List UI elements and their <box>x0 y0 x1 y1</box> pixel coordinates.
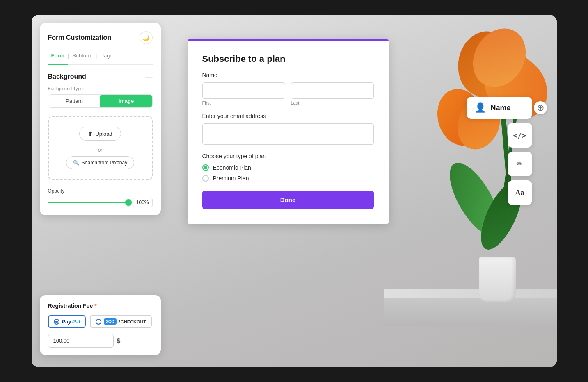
name-tool-card[interactable]: 👤 Name <box>467 97 532 119</box>
fee-input-row: $ <box>48 334 153 348</box>
premium-radio <box>202 175 209 182</box>
collapse-button[interactable]: — <box>145 73 153 80</box>
pixabay-label: Search from Pixabay <box>82 160 127 166</box>
email-section: Enter your email address <box>202 113 374 145</box>
person-icon: 👤 <box>475 102 486 113</box>
tab-subform[interactable]: Subform <box>69 51 96 60</box>
first-name-input[interactable] <box>202 82 285 99</box>
paypal-radio <box>54 319 59 325</box>
text-tool-card[interactable]: Aa <box>508 180 532 205</box>
small-tools-row-2: ✏ <box>467 152 532 176</box>
bg-type-toggle: Pattern Image <box>48 94 153 108</box>
bg-type-image[interactable]: Image <box>100 94 153 108</box>
form-content: Subscribe to a plan Name First Last Ente… <box>188 41 389 224</box>
premium-plan-option[interactable]: Premium Plan <box>202 175 374 182</box>
opacity-row: 100% <box>48 198 153 207</box>
move-icon: ⊕ <box>534 101 547 114</box>
form-customization-panel: Form Customization 🌙 Form | Subform | Pa… <box>40 23 161 215</box>
first-name-group: First <box>202 82 285 105</box>
paypal-logo: PayPal <box>62 318 80 325</box>
name-tool-row: 👤 Name ⊕ <box>467 97 532 119</box>
reg-fee-title: Registration Fee * <box>48 302 153 309</box>
registration-fee-panel: Registration Fee * PayPal 2CO 2CHECKOUT <box>40 295 161 355</box>
twocheckout-logo: 2CO 2CHECKOUT <box>104 318 146 325</box>
pixabay-button[interactable]: 🔍 Search from Pixabay <box>66 156 134 169</box>
required-star: * <box>94 302 96 309</box>
bg-type-label: Background Type <box>48 86 153 91</box>
background-section-title: Background <box>48 73 86 80</box>
edit-tool-card[interactable]: ✏ <box>508 152 532 176</box>
last-label: Last <box>291 100 374 105</box>
small-tools-row: </> <box>467 123 532 148</box>
fee-input[interactable] <box>48 334 114 348</box>
economic-radio <box>202 164 209 171</box>
premium-plan-label: Premium Plan <box>213 175 249 182</box>
background-section-header: Background — <box>48 73 153 80</box>
vase <box>479 257 516 302</box>
code-tool-card[interactable]: </> <box>508 123 532 148</box>
main-container: Form Customization 🌙 Form | Subform | Pa… <box>32 15 557 367</box>
upload-icon: ⬆ <box>88 130 93 137</box>
payment-options: PayPal 2CO 2CHECKOUT <box>48 315 153 328</box>
twocheckout-radio <box>96 319 101 325</box>
last-name-input[interactable] <box>291 82 374 99</box>
panel-title: Form Customization <box>48 34 112 41</box>
search-icon: 🔍 <box>73 160 79 166</box>
slider-thumb[interactable] <box>125 199 132 206</box>
form-main-title: Subscribe to a plan <box>202 54 374 64</box>
plan-section: Choose your type of plan Economic Plan P… <box>202 153 374 182</box>
edit-icon: ✏ <box>517 159 523 168</box>
opacity-label: Opacity <box>48 188 153 194</box>
upload-button[interactable]: ⬆ Upload <box>79 127 121 141</box>
opacity-section: Opacity 100% <box>48 188 153 207</box>
tab-page[interactable]: Page <box>97 51 116 60</box>
upload-label: Upload <box>95 131 112 137</box>
email-input[interactable] <box>202 123 374 145</box>
small-tools-row-3: Aa <box>467 180 532 205</box>
name-field-label: Name <box>202 72 374 78</box>
tools-panel: 👤 Name ⊕ </> ✏ Aa <box>467 97 532 205</box>
email-field-label: Enter your email address <box>202 113 374 119</box>
opacity-value: 100% <box>133 198 153 207</box>
twocheckout-option[interactable]: 2CO 2CHECKOUT <box>90 315 152 328</box>
code-icon: </> <box>513 131 526 140</box>
tab-form[interactable]: Form <box>48 51 68 60</box>
first-label: First <box>202 100 285 105</box>
bg-type-pattern[interactable]: Pattern <box>48 95 101 107</box>
upload-area: ⬆ Upload or 🔍 Search from Pixabay <box>48 116 153 180</box>
done-button[interactable]: Done <box>202 191 374 209</box>
plan-title: Choose your type of plan <box>202 153 374 159</box>
name-tool-label: Name <box>491 104 511 112</box>
opacity-slider[interactable] <box>48 202 128 203</box>
economic-plan-label: Economic Plan <box>213 164 251 171</box>
text-icon: Aa <box>515 189 524 197</box>
paypal-option[interactable]: PayPal <box>48 315 86 328</box>
tab-bar: Form | Subform | Page <box>48 51 153 65</box>
currency-symbol: $ <box>117 337 121 345</box>
form-preview: Subscribe to a plan Name First Last Ente… <box>188 39 389 224</box>
dark-mode-button[interactable]: 🌙 <box>140 31 153 44</box>
name-fields: First Last <box>202 82 374 105</box>
or-divider: or <box>55 147 145 153</box>
panel-header: Form Customization 🌙 <box>48 31 153 44</box>
economic-plan-option[interactable]: Economic Plan <box>202 164 374 171</box>
slider-fill <box>48 202 128 203</box>
last-name-group: Last <box>291 82 374 105</box>
